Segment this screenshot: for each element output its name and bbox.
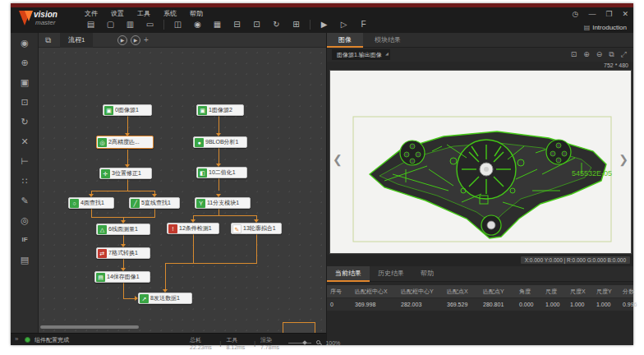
menu-settings[interactable]: 设置 <box>111 9 124 18</box>
canvas-horizontal-scrollbar[interactable] <box>40 325 139 329</box>
measure-tool-icon[interactable]: ⊡ <box>11 92 39 112</box>
global-trigger-icon[interactable]: ↻ <box>270 19 283 30</box>
calibration-tool-icon[interactable]: ✕ <box>11 131 39 151</box>
tab-help[interactable]: 帮助 <box>412 266 442 282</box>
canvas-zoom-slider[interactable] <box>288 343 312 343</box>
save-as-icon[interactable]: ▥ <box>124 19 136 30</box>
node-save-image[interactable]: ▤14保存图像1 <box>94 271 150 283</box>
restore-icon[interactable]: ❐ <box>605 10 612 18</box>
tab-history-result[interactable]: 历史结果 <box>370 266 412 282</box>
prev-image-arrow[interactable]: ❮ <box>333 153 343 166</box>
introduction-button[interactable]: ▤Introduction <box>584 24 627 31</box>
node-label: 12条件检测1 <box>179 224 214 233</box>
cell-match-x: 369.529 <box>444 298 480 311</box>
recognition-tool-icon[interactable]: ∷ <box>11 171 39 191</box>
wire <box>193 215 257 216</box>
run-continuous-icon[interactable]: ▷ <box>338 19 350 30</box>
menu-help[interactable]: 帮助 <box>190 9 203 18</box>
alignment-tool-icon[interactable]: ⊢ <box>11 151 39 171</box>
add-flow-button[interactable]: + <box>144 35 149 44</box>
window-layout-icon[interactable]: ◫ <box>172 19 184 30</box>
zoom-in-icon[interactable]: ⊕ <box>583 49 590 60</box>
image-viewer[interactable]: 545532E-05 ❮ ❯ <box>329 70 632 254</box>
global-variable-icon[interactable]: ⊟ <box>231 19 243 30</box>
menu-file[interactable]: 文件 <box>85 9 98 18</box>
position-fix-icon: ✛ <box>101 169 110 178</box>
collection-tool-icon[interactable]: ◉ <box>11 33 39 53</box>
fit-window-icon[interactable]: ⊡ <box>571 49 577 60</box>
node-label: 9BLOB分析1 <box>205 138 241 146</box>
image-source-icon: ▣ <box>198 106 207 115</box>
node-blob-analysis[interactable]: ●9BLOB分析1 <box>193 136 247 148</box>
fullscreen-icon[interactable]: ⤢ <box>621 49 627 60</box>
node-feature-match[interactable]: ◎2高精度匹... <box>96 136 154 149</box>
col-scale-y: 尺度Y <box>593 285 619 297</box>
close-icon[interactable]: ✕ <box>622 10 628 18</box>
node-circle-find[interactable]: ○4圆查找1 <box>68 197 114 209</box>
flow-minimap[interactable]: ⧉ <box>283 322 315 333</box>
camera-icon[interactable]: ◉ <box>191 19 204 30</box>
flow-tab[interactable]: 流程1 <box>60 33 93 48</box>
location-tool-icon[interactable]: ⊕ <box>11 53 39 72</box>
communication-tool-icon[interactable]: ▤ <box>11 250 39 270</box>
node-format-convert[interactable]: ⇄7格式转换1 <box>96 247 150 259</box>
pixel-info: X:0.000 Y:0.000 | R:0.000 G:0.000 B:0.00… <box>521 256 630 264</box>
wire <box>127 179 128 191</box>
data-queue-icon[interactable]: ▦ <box>211 19 223 30</box>
node-image-source-1[interactable]: ▣0图像源1 <box>103 104 152 116</box>
open-icon[interactable]: ▢ <box>104 19 117 30</box>
image-result-tabs: 图像 模块结果 <box>327 33 633 48</box>
pixel-info-strip: X:0.000 Y:0.000 | R:0.000 G:0.000 B:0.00… <box>327 255 633 266</box>
logic-tool-icon[interactable]: IF <box>11 230 39 250</box>
main-toolbar: ▤ ▢ ▥ ▭ ◫ ◉ ▦ ⊟ ⊡ ↻ ⊞ ▶ ▷ F <box>85 19 370 30</box>
node-position-fix[interactable]: ✛3位置修正1 <box>99 168 152 179</box>
wire <box>218 148 219 164</box>
flow-list-icon[interactable]: ⧉ <box>45 35 51 45</box>
front-run-icon[interactable]: F <box>357 19 370 30</box>
node-binarize[interactable]: ◧10二值化1 <box>196 167 247 178</box>
measure-icon: △ <box>98 225 107 234</box>
tab-current-result[interactable]: 当前结果 <box>327 266 370 282</box>
zoom-out-icon[interactable]: ⊖ <box>596 49 603 60</box>
status-expand-icon[interactable]: » <box>15 335 18 343</box>
node-line-circle-measure[interactable]: △6线圆测量1 <box>96 224 150 235</box>
wire <box>91 191 155 191</box>
tab-module-result[interactable]: 模块结果 <box>363 33 412 48</box>
image-tool-icon[interactable]: ▣ <box>11 72 39 92</box>
node-condition-check[interactable]: !12条件检测1 <box>167 223 219 234</box>
toolbar-divider <box>163 20 164 30</box>
node-label: 0图像源1 <box>115 106 141 114</box>
about-icon[interactable]: ◷ <box>573 10 579 18</box>
wire <box>218 209 219 215</box>
timing-render: 渲染 7.78ms <box>260 336 283 350</box>
save-icon[interactable]: ▤ <box>85 19 97 30</box>
tab-image[interactable]: 图像 <box>327 33 363 48</box>
node-contour-fit[interactable]: ✎13轮廓拟合1 <box>231 223 282 234</box>
menu-tools[interactable]: 工具 <box>137 9 150 18</box>
next-image-arrow[interactable]: ❯ <box>619 153 628 166</box>
one-to-one-icon[interactable]: ⧉ <box>609 49 614 60</box>
deep-learning-tool-icon[interactable]: ◎ <box>11 210 39 230</box>
node-line-find[interactable]: ╱5直线查找1 <box>129 197 180 209</box>
node-send-data[interactable]: ↗8发送数据1 <box>138 293 192 304</box>
defect-tool-icon[interactable]: ✎ <box>11 191 39 210</box>
flow-run-once-button[interactable]: ▶ <box>117 35 127 45</box>
communication-icon[interactable]: ▭ <box>144 19 156 30</box>
status-divider: | <box>254 340 255 346</box>
node-image-source-2[interactable]: ▣1图像源2 <box>196 104 244 116</box>
circle-find-icon: ○ <box>70 199 79 208</box>
app-logo: vision master <box>19 9 93 31</box>
menu-system[interactable]: 系统 <box>163 9 177 18</box>
module-source-icon[interactable]: ⊡ <box>251 19 263 30</box>
zoom-slider-handle[interactable] <box>302 340 307 345</box>
minimize-icon[interactable]: — <box>588 10 596 18</box>
brand-line2: master <box>35 19 55 26</box>
run-once-icon[interactable]: ▶ <box>318 19 330 30</box>
image-source-selector[interactable]: 图像源1.输出图像◢ <box>332 49 390 60</box>
loop-tool-icon[interactable]: ↻ <box>11 112 39 131</box>
flow-canvas[interactable]: ▣0图像源1 ◎2高精度匹... ✛3位置修正1 ○4圆查找1 ╱5直线查找1 … <box>39 48 326 333</box>
node-branch-module[interactable]: Y11分支模块1 <box>195 197 251 209</box>
result-table-row[interactable]: 0 369.998 282.003 369.529 280.801 0.000 … <box>327 298 633 311</box>
global-script-icon[interactable]: ⊞ <box>290 19 302 30</box>
flow-run-loop-button[interactable]: ▶ <box>131 35 140 45</box>
